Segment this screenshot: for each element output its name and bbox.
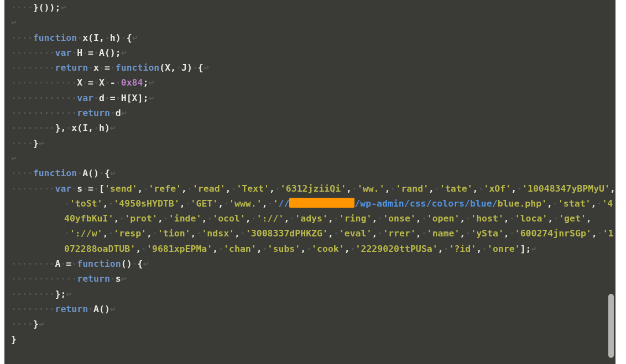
redaction-block [289,198,354,208]
vertical-scrollbar-track[interactable] [608,0,614,364]
code-block[interactable]: ····}());↩ ↩ ····function·x(I,·h)·{↩ ···… [4,0,615,347]
vertical-scrollbar-thumb[interactable] [608,294,614,358]
code-editor[interactable]: ····}());↩ ↩ ····function·x(I,·h)·{↩ ···… [4,0,615,364]
viewport: ····}());↩ ↩ ····function·x(I,·h)·{↩ ···… [0,0,626,364]
